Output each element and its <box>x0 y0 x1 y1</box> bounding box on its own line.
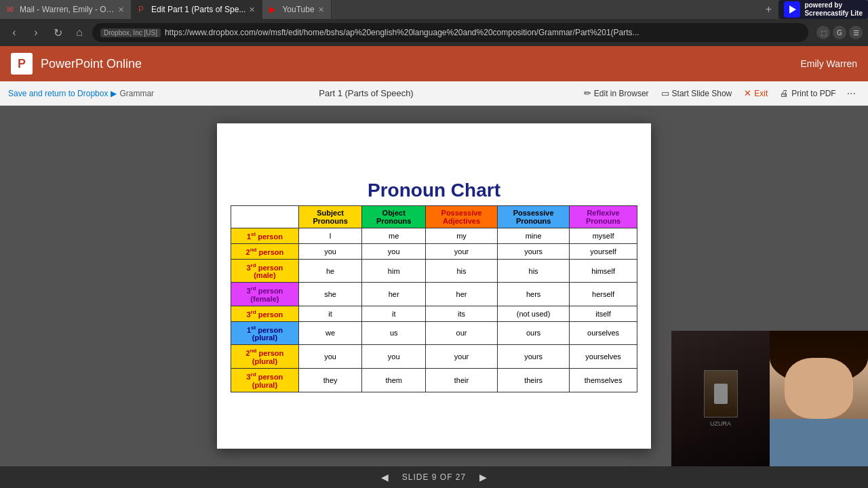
cell-3rd-plural-subject: they <box>298 368 362 392</box>
poster-thumbnail <box>704 370 738 418</box>
extension-btn-1[interactable]: ⬚ <box>816 26 830 39</box>
row-label-2nd: 2nd person <box>231 244 299 260</box>
cell-3rd-female-poss-pro: hers <box>498 283 570 306</box>
table-row: 1st person(plural) we us our ours oursel… <box>231 321 637 345</box>
breadcrumb-folder: Grammar <box>119 89 154 98</box>
table-row: 3rd person(male) he him his his himself <box>231 259 637 283</box>
table-row: 3rd person it it its (not used) itself <box>231 306 637 322</box>
header-possessive-adjectives: PossessiveAdjectives <box>425 206 497 228</box>
cell-3rd-plural-object: them <box>362 368 426 392</box>
mail-icon: ✉ <box>7 5 16 14</box>
start-slideshow-button[interactable]: ▭ Start Slide Show <box>656 85 738 101</box>
row-label-3rd-neutral: 3rd person <box>231 306 299 322</box>
next-slide-button[interactable]: ▶ <box>474 469 492 485</box>
ppt-logo-icon: P <box>18 57 26 71</box>
row-label-3rd-plural: 3rd person(plural) <box>231 368 299 392</box>
user-profile[interactable]: Emily Warren <box>801 58 858 70</box>
chart-title: Pronoun Chart <box>231 180 637 201</box>
breadcrumb: Save and return to Dropbox ▶ Grammar <box>8 89 154 98</box>
cell-3rd-neutral-object: it <box>362 306 426 322</box>
cell-3rd-neutral-poss-pro: (not used) <box>498 306 570 322</box>
table-row: 3rd person(plural) they them their their… <box>231 368 637 392</box>
cell-1st-plural-object: us <box>362 321 426 345</box>
browser-tabs: ✉ Mail - Warren, Emily - Ou... ✕ P Edit … <box>0 0 868 19</box>
extension-btn-3[interactable]: ☰ <box>849 26 863 39</box>
cell-3rd-plural-poss-pro: theirs <box>498 368 570 392</box>
webcam-overlay: UZURA <box>671 331 868 466</box>
cell-2nd-plural-object: you <box>362 345 426 369</box>
prev-slide-button[interactable]: ◀ <box>376 469 394 485</box>
cell-3rd-female-subject: she <box>298 283 362 306</box>
more-options-button[interactable]: ··· <box>843 87 860 100</box>
exit-icon: ✕ <box>744 88 751 98</box>
print-to-pdf-button[interactable]: 🖨 Print to PDF <box>774 85 841 101</box>
tab-ppt[interactable]: P Edit Part 1 (Parts of Spe... ✕ <box>132 0 262 19</box>
tab-youtube[interactable]: ▶ YouTube ✕ <box>262 0 331 19</box>
slide-title: Part 1 (Parts of Speech) <box>157 88 576 98</box>
breadcrumb-save-link[interactable]: Save and return to Dropbox <box>8 89 108 98</box>
table-row: 2nd person(plural) you you your yours yo… <box>231 345 637 369</box>
edit-in-browser-button[interactable]: ✏ Edit in Browser <box>578 85 654 101</box>
cell-3rd-neutral-reflexive: itself <box>570 306 637 322</box>
forward-button[interactable]: › <box>27 24 45 41</box>
tab-mail-label: Mail - Warren, Emily - Ou... <box>20 5 115 14</box>
cell-2nd-plural-reflexive: yourselves <box>570 345 637 369</box>
cell-2nd-poss-pro: yours <box>498 244 570 260</box>
home-button[interactable]: ⌂ <box>71 24 88 41</box>
tab-ppt-close[interactable]: ✕ <box>249 5 255 14</box>
header-subject-pronouns: SubjectPronouns <box>298 206 362 228</box>
ppt-header: P PowerPoint Online Emily Warren <box>0 46 868 81</box>
exit-button[interactable]: ✕ Exit <box>738 85 773 101</box>
row-label-3rd-male: 3rd person(male) <box>231 259 299 283</box>
row-label-3rd-female: 3rd person(female) <box>231 283 299 306</box>
table-header-row: SubjectPronouns ObjectPronouns Possessiv… <box>231 206 637 228</box>
cell-1st-reflexive: myself <box>570 228 637 244</box>
cell-3rd-plural-poss-adj: their <box>425 368 497 392</box>
row-label-2nd-plural: 2nd person(plural) <box>231 345 299 369</box>
poster-figure <box>714 384 728 404</box>
cell-1st-poss-pro: mine <box>498 228 570 244</box>
cell-2nd-plural-subject: you <box>298 345 362 369</box>
extension-btn-2[interactable]: G <box>833 26 846 39</box>
tab-mail[interactable]: ✉ Mail - Warren, Emily - Ou... ✕ <box>0 0 132 19</box>
screencastify-text: powered byScreencastify Lite <box>804 1 863 18</box>
header-empty <box>231 206 299 228</box>
browser-nav: ‹ › ↻ ⌂ Dropbox, Inc [US] https://www.dr… <box>0 19 868 46</box>
face <box>785 358 854 419</box>
ppt-icon: P <box>138 5 148 14</box>
cell-3rd-male-subject: he <box>298 259 362 283</box>
cell-2nd-subject: you <box>298 244 362 260</box>
cell-3rd-male-object: him <box>362 259 426 283</box>
print-label: Print to PDF <box>791 89 835 98</box>
reload-button[interactable]: ↻ <box>49 24 66 41</box>
cell-2nd-object: you <box>362 244 426 260</box>
slide-title-text: Part 1 (Parts of Speech) <box>319 88 413 98</box>
ppt-logo: P <box>11 53 33 75</box>
shirt <box>770 419 868 466</box>
screencastify-logo-icon <box>784 1 800 18</box>
slide: Pronoun Chart SubjectPronouns ObjectPron… <box>217 123 651 449</box>
tab-ppt-label: Edit Part 1 (Parts of Spe... <box>151 5 245 14</box>
cell-1st-plural-poss-adj: our <box>425 321 497 345</box>
tab-youtube-label: YouTube <box>282 5 314 14</box>
webcam-left-panel: UZURA <box>671 331 770 466</box>
cell-3rd-female-object: her <box>362 283 426 306</box>
cell-1st-subject: I <box>298 228 362 244</box>
tab-youtube-close[interactable]: ✕ <box>318 5 324 14</box>
header-possessive-pronouns: PossessivePronouns <box>498 206 570 228</box>
security-badge: Dropbox, Inc [US] <box>100 28 161 37</box>
cell-2nd-reflexive: yourself <box>570 244 637 260</box>
row-label-1st-plural: 1st person(plural) <box>231 321 299 345</box>
cell-3rd-neutral-poss-adj: its <box>425 306 497 322</box>
tab-mail-close[interactable]: ✕ <box>118 5 124 14</box>
cell-2nd-poss-adj: your <box>425 244 497 260</box>
cell-1st-poss-adj: my <box>425 228 497 244</box>
table-row: 1st person I me my mine myself <box>231 228 637 244</box>
address-bar[interactable]: Dropbox, Inc [US] https://www.dropbox.co… <box>92 23 808 42</box>
tab-spacer <box>332 0 759 19</box>
new-tab-button[interactable]: + <box>758 0 778 19</box>
slideshow-icon: ▭ <box>661 88 669 98</box>
back-button[interactable]: ‹ <box>5 24 23 41</box>
cell-3rd-male-poss-adj: his <box>425 259 497 283</box>
edit-label: Edit in Browser <box>594 89 649 98</box>
